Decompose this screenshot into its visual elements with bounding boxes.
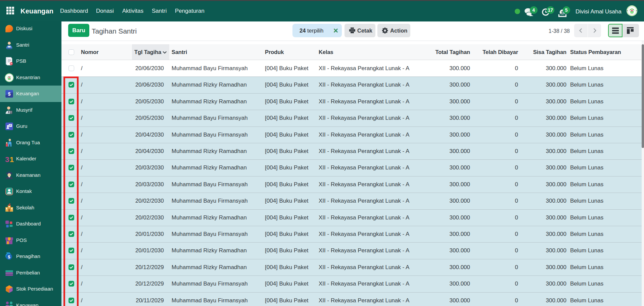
svg-text:$: $ bbox=[8, 91, 10, 97]
svg-text:$: $ bbox=[8, 254, 10, 259]
svg-text:3: 3 bbox=[5, 155, 9, 164]
svg-text:1: 1 bbox=[10, 155, 14, 164]
